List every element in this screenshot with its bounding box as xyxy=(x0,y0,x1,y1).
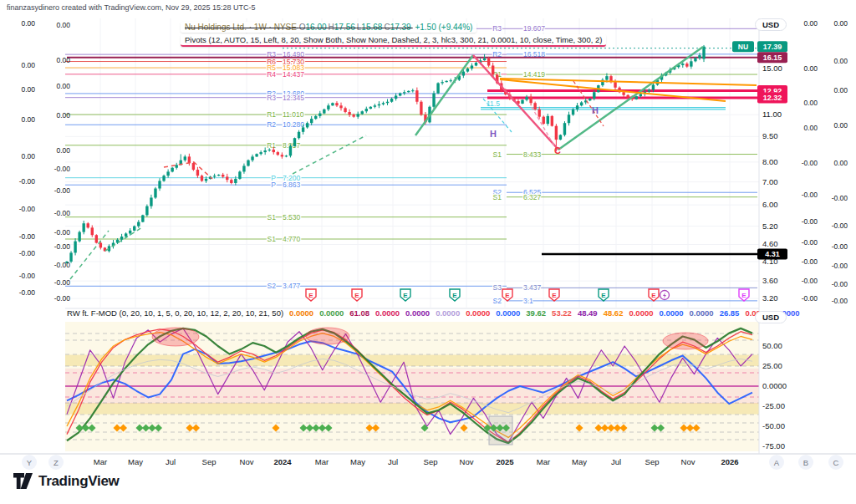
chart-canvas[interactable]: R316.490R615.730R515.083R414.437R212.680… xyxy=(0,0,856,504)
svg-text:E: E xyxy=(505,292,510,299)
candle xyxy=(352,115,354,116)
indicator-value: 0.0000 xyxy=(436,308,460,318)
candle xyxy=(281,155,283,156)
symbol-title: Nu Holdings Ltd. · 1W · NYSE xyxy=(185,23,297,32)
candle xyxy=(302,127,304,131)
candle xyxy=(306,123,308,127)
candle xyxy=(576,105,578,109)
candle xyxy=(555,126,558,140)
pivot-label: S3 xyxy=(493,283,502,292)
candle xyxy=(74,242,76,253)
pivots-legend-text: Pivots (12, AUTO, 15, Left, 8, 20, Show … xyxy=(185,35,602,44)
candle xyxy=(403,92,405,93)
earnings-icon[interactable]: E xyxy=(450,289,460,301)
pivot-label: S1 xyxy=(493,150,502,159)
trend-line[interactable] xyxy=(293,135,366,174)
pivot-value: 14.437 xyxy=(283,70,304,79)
candle xyxy=(635,96,638,99)
svg-text:E: E xyxy=(354,292,359,299)
aux-scale-value: -0.00 xyxy=(54,242,71,251)
earnings-icon[interactable]: E xyxy=(502,289,512,301)
aux-scale-value: 0.00 xyxy=(803,124,818,132)
time-axis-label: Sep xyxy=(202,457,217,466)
candle xyxy=(171,168,173,172)
candle xyxy=(475,63,477,65)
cyan-line-label: 11.5 xyxy=(487,99,500,108)
aux-scale-value: -0.00 xyxy=(54,294,71,303)
candle xyxy=(462,72,465,76)
candle xyxy=(441,82,443,83)
time-axis-label: 2025 xyxy=(496,457,514,466)
candle xyxy=(289,146,292,155)
indicator-title: RW ft. F-MOD (0, 20, 10, 1, 5, 0, 20, 10… xyxy=(67,308,283,318)
svg-text:E: E xyxy=(741,292,746,299)
quick-button-y[interactable]: Y xyxy=(22,455,37,470)
candle xyxy=(681,64,684,65)
pivots-legend[interactable]: Pivots (12, AUTO, 15, Left, 8, 20, Show … xyxy=(181,34,606,47)
time-axis-label: 2026 xyxy=(721,457,738,466)
indicator-legend[interactable]: RW ft. F-MOD (0, 20, 10, 1, 5, 0, 20, 10… xyxy=(67,308,800,318)
quick-button-c[interactable]: C xyxy=(828,455,843,470)
candle xyxy=(166,171,169,176)
time-axis-label: Jul xyxy=(611,457,621,466)
candle xyxy=(626,95,629,98)
currency-button-indicator[interactable]: USD xyxy=(755,311,787,323)
pivot-label: S1 xyxy=(493,193,502,201)
aux-scale-value: 0.00 xyxy=(833,159,848,167)
overbought-blob xyxy=(306,328,349,344)
time-axis-label: Mar xyxy=(537,457,550,466)
tradingview-chart-window: finanzasydinero created with TradingView… xyxy=(0,0,856,504)
candle xyxy=(213,176,216,176)
indicator-value: 0.0000 xyxy=(319,308,344,318)
indicator-value: 0.0000 xyxy=(496,308,520,318)
trend-line[interactable] xyxy=(70,231,109,279)
price-tick: 7.00 xyxy=(762,177,778,186)
trend-line[interactable] xyxy=(415,55,473,135)
candle xyxy=(702,47,705,59)
earnings-icon[interactable]: E xyxy=(400,289,410,301)
aux-scale-value: -0.00 xyxy=(19,177,36,186)
time-axis-label: Sep xyxy=(645,457,660,466)
price-tick: 3.60 xyxy=(762,276,778,285)
candle xyxy=(234,179,237,183)
pivot-value: 19.607 xyxy=(523,24,545,33)
aux-scale-value: 0.00 xyxy=(56,146,70,155)
earnings-icon[interactable]: E xyxy=(739,289,749,301)
candle xyxy=(361,111,364,114)
earnings-icon[interactable]: E xyxy=(306,289,316,301)
pivot-value: 8.433 xyxy=(523,150,542,159)
candle xyxy=(154,189,156,198)
candle xyxy=(588,99,591,100)
pivot-label: P xyxy=(271,181,276,189)
earnings-icon[interactable]: E xyxy=(649,289,659,301)
currency-button-main[interactable]: USD xyxy=(755,18,787,31)
price-badge-text: 4.31 xyxy=(765,250,780,258)
aux-scale-value: -0.00 xyxy=(54,165,71,173)
pivot-label: S2 xyxy=(493,297,502,305)
candle xyxy=(572,109,574,115)
quick-button-a[interactable]: A xyxy=(769,455,784,470)
candle xyxy=(487,59,490,66)
candle xyxy=(339,105,342,108)
earnings-icon[interactable]: E xyxy=(549,289,559,301)
time-axis-label: 2024 xyxy=(273,457,292,466)
quick-button-z[interactable]: Z xyxy=(48,455,64,470)
candle xyxy=(129,231,131,234)
tradingview-logo[interactable]: TradingView xyxy=(13,472,120,490)
candle xyxy=(188,156,191,163)
candle xyxy=(273,150,275,152)
candle xyxy=(137,222,140,227)
quick-button-b[interactable]: B xyxy=(798,455,813,470)
pivot-label: R2 xyxy=(267,120,276,129)
candle xyxy=(483,59,486,60)
earnings-icon[interactable]: E xyxy=(352,289,362,301)
trend-line[interactable] xyxy=(500,79,757,85)
time-axis-label: May xyxy=(572,457,587,466)
candle xyxy=(120,237,123,240)
candle xyxy=(217,175,220,176)
earnings-icon[interactable]: E xyxy=(599,289,609,301)
aux-scale-value: -0.00 xyxy=(832,221,848,230)
candle xyxy=(176,165,178,167)
symbol-legend[interactable]: Nu Holdings Ltd. · 1W · NYSE O16.00 H17.… xyxy=(181,22,476,33)
candle xyxy=(529,97,532,103)
